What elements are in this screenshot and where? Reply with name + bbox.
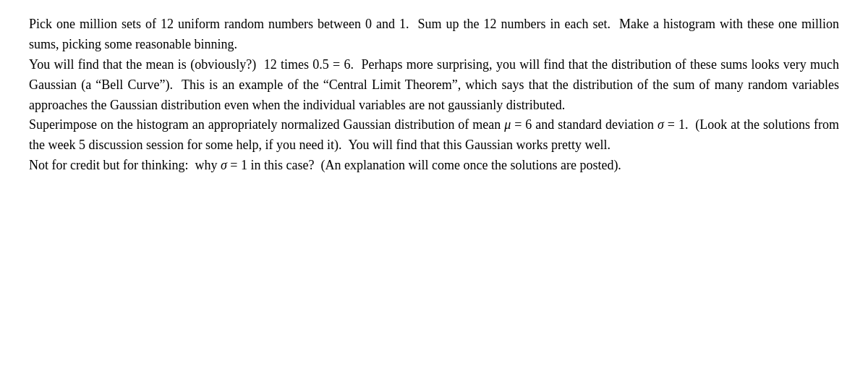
math-mu: μ — [504, 117, 511, 132]
paragraph-2: You will find that the mean is (obviousl… — [29, 55, 839, 116]
math-sigma-2: σ — [221, 158, 227, 172]
paragraph-4: Not for credit but for thinking: why σ =… — [29, 156, 839, 176]
paragraph-3: Superimpose on the histogram an appropri… — [29, 115, 839, 156]
main-content: Pick one million sets of 12 uniform rand… — [29, 14, 839, 176]
paragraph-1: Pick one million sets of 12 uniform rand… — [29, 14, 839, 55]
math-sigma-1: σ — [658, 117, 664, 132]
